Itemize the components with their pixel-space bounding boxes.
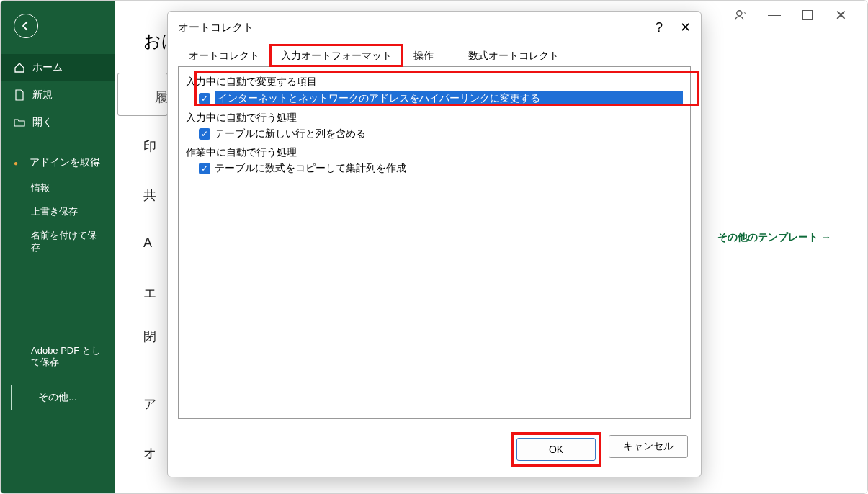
option-table-rows-row[interactable]: ✓ テーブルに新しい行と列を含める [186,126,683,142]
sidebar-item-save-as[interactable]: 名前を付けて保存 [1,224,115,260]
options-panel: 入力中に自動で変更する項目 ✓ インターネットとネットワークのアドレスをハイパー… [178,66,691,419]
bg-label-1: 履 [155,89,168,106]
bg-label-3: 共 [143,187,156,204]
sidebar-item-save[interactable]: 上書き保存 [1,200,115,224]
sidebar-item-get-addins[interactable]: ● アドインを取得 [1,149,115,176]
option-table-formula-row[interactable]: ✓ テーブルに数式をコピーして集計列を作成 [186,161,683,176]
bg-label-4: A [143,235,152,251]
tab-autoformat[interactable]: 入力オートフォーマット [270,45,403,66]
dialog-titlebar: オートコレクト ? ✕ [168,12,701,43]
bg-label-5: エ [143,284,156,302]
backstage-sidebar: ホーム 新規 開く ● アドインを取得 情報 上書き保存 名前を付けて保存 Ad… [1,1,115,494]
sidebar-open-label: 開く [32,116,53,129]
sidebar-item-adobe-pdf[interactable]: Adobe PDF として保存 [1,339,115,375]
group-auto-heading: 作業中に自動で行う処理 [186,146,683,159]
dialog-title: オートコレクト [178,21,254,35]
sidebar-home-label: ホーム [32,61,63,74]
option-hyperlink-row[interactable]: ✓ インターネットとネットワークのアドレスをハイパーリンクに変更する [186,90,683,107]
sidebar-item-open[interactable]: 開く [1,109,115,136]
tab-math-autocorrect[interactable]: 数式オートコレクト [457,45,570,66]
autocorrect-dialog: オートコレクト ? ✕ オートコレクト 入力オートフォーマット 操作 数式オート… [167,11,702,477]
sidebar-item-home[interactable]: ホーム [1,54,115,81]
dialog-help-button[interactable]: ? [656,20,663,35]
dialog-button-row: OK キャンセル [168,426,701,477]
bullet-icon: ● [14,159,18,167]
sidebar-new-label: 新規 [32,89,53,102]
open-icon [14,117,25,127]
cancel-button[interactable]: キャンセル [609,435,688,458]
option-table-rows-label: テーブルに新しい行と列を含める [215,127,366,140]
group-apply-heading: 入力中に自動で行う処理 [186,112,683,125]
more-templates-link[interactable]: その他のテンプレート → [717,231,831,244]
checkbox-checked-icon[interactable]: ✓ [199,128,210,140]
bg-label-6: 閉 [143,328,156,345]
option-table-formula-label: テーブルに数式をコピーして集計列を作成 [215,162,406,175]
option-hyperlink-label: インターネットとネットワークのアドレスをハイパーリンクに変更する [215,91,683,106]
sidebar-item-new[interactable]: 新規 [1,81,115,109]
back-button[interactable] [14,14,38,38]
bg-label-8: オ [143,444,156,462]
bg-label-7: ア [143,395,156,413]
dialog-tabs: オートコレクト 入力オートフォーマット 操作 数式オートコレクト [168,43,701,66]
bg-label-2: 印 [143,138,156,155]
new-icon [14,89,25,101]
checkbox-checked-icon[interactable]: ✓ [199,163,210,174]
sidebar-item-info[interactable]: 情報 [1,176,115,200]
ok-button[interactable]: OK [516,438,596,461]
home-icon [14,62,25,73]
sidebar-addins-label: アドインを取得 [30,156,100,169]
tab-autocorrect[interactable]: オートコレクト [178,45,270,66]
checkbox-checked-icon[interactable]: ✓ [199,93,210,104]
tab-actions[interactable]: 操作 [403,45,444,66]
ok-highlight-annotation: OK [514,435,599,464]
group-replace-heading: 入力中に自動で変更する項目 [186,76,683,89]
dialog-close-button[interactable]: ✕ [680,19,691,35]
sidebar-item-other[interactable]: その他... [11,385,104,410]
